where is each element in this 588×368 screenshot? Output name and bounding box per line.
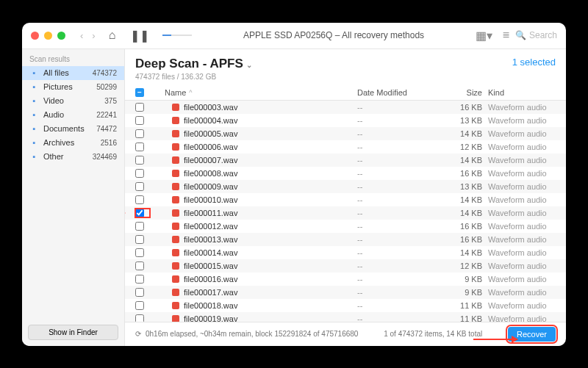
scan-progress [162,35,192,36]
sidebar-item-audio[interactable]: ▪Audio22241 [22,108,124,122]
sidebar-item-label: Audio [43,110,92,119]
file-kind: Waveform audio [482,116,556,125]
back-icon[interactable]: ‹ [77,29,86,43]
col-name[interactable]: Name^ [150,88,357,97]
row-checkbox[interactable] [135,142,150,151]
table-row[interactable]: file000012.wav--16 KBWaveform audio [125,220,566,233]
page-title[interactable]: Deep Scan - APFS⌄ [135,57,252,71]
file-kind: Waveform audio [482,156,556,165]
file-date: -- [357,116,438,125]
sidebar-item-count: 474372 [93,69,117,77]
file-size: 12 KB [438,261,482,270]
file-size: 16 KB [438,103,482,112]
row-checkbox[interactable] [135,248,150,257]
file-date: -- [357,248,438,257]
forward-icon[interactable]: › [89,29,98,43]
refresh-icon[interactable]: ⟳ [135,330,141,338]
close-icon[interactable] [31,32,39,40]
row-checkbox[interactable] [135,235,150,244]
sidebar-item-count: 74472 [96,125,117,133]
sidebar-item-archives[interactable]: ▪Archives2516 [22,136,124,150]
file-date: -- [357,261,438,270]
row-checkbox[interactable] [135,314,150,322]
sidebar-item-count: 324469 [93,153,117,161]
file-size: 13 KB [438,116,482,125]
file-date: -- [357,169,438,178]
view-icon[interactable]: ▦▾ [476,29,492,43]
table-row[interactable]: file000009.wav--13 KBWaveform audio [125,180,566,193]
table-row[interactable]: file000015.wav--12 KBWaveform audio [125,259,566,273]
table-row[interactable]: file000005.wav--14 KBWaveform audio [125,127,566,140]
file-kind: Waveform audio [482,261,556,270]
archive-icon: ▪ [29,138,39,148]
video-icon: ▪ [29,96,39,106]
sidebar-item-count: 375 [104,97,117,105]
row-checkbox[interactable] [135,129,150,138]
sidebar-item-video[interactable]: ▪Video375 [22,94,124,108]
filter-icon[interactable]: ≡ [503,29,509,42]
col-size[interactable]: Size [438,88,482,97]
audio-file-icon [172,170,179,177]
home-icon[interactable]: ⌂ [104,29,121,42]
file-size: 14 KB [438,195,482,204]
table-row[interactable]: file000019.wav--11 KBWaveform audio [125,312,566,322]
file-kind: Waveform audio [482,103,556,112]
file-name: file000005.wav [184,129,237,138]
minimize-icon[interactable] [44,32,52,40]
row-checkbox[interactable] [135,261,150,270]
sidebar-item-all-files[interactable]: ▪All files474372 [22,66,124,80]
table-row[interactable]: file000003.wav--16 KBWaveform audio [125,101,566,114]
table-row[interactable]: file000004.wav--13 KBWaveform audio [125,114,566,127]
row-checkbox[interactable] [135,209,150,217]
pause-icon[interactable]: ❚❚ [126,29,154,43]
row-checkbox[interactable] [135,222,150,231]
row-checkbox[interactable] [135,301,150,310]
row-checkbox[interactable] [135,169,150,178]
row-checkbox[interactable] [135,195,150,204]
table-row[interactable]: file000010.wav--14 KBWaveform audio [125,193,566,206]
table-row[interactable]: file000007.wav--14 KBWaveform audio [125,154,566,167]
table-row[interactable]: file000014.wav--14 KBWaveform audio [125,246,566,259]
doc-icon: ▪ [29,124,39,134]
sidebar-item-other[interactable]: ▪Other324469 [22,150,124,164]
table-row[interactable]: file000017.wav--9 KBWaveform audio [125,286,566,299]
file-kind: Waveform audio [482,129,556,138]
file-kind: Waveform audio [482,169,556,178]
sidebar-item-documents[interactable]: ▪Documents74472 [22,122,124,136]
file-date: -- [357,275,438,284]
select-all-checkbox[interactable] [135,88,150,97]
file-size: 12 KB [438,142,482,151]
folder-icon: ▪ [29,68,39,78]
row-checkbox[interactable] [135,182,150,191]
audio-file-icon [172,223,179,230]
maximize-icon[interactable] [57,32,65,40]
file-size: 9 KB [438,275,482,284]
audio-file-icon [172,236,179,243]
table-row[interactable]: file000016.wav--9 KBWaveform audio [125,273,566,286]
row-checkbox[interactable] [135,116,150,125]
sidebar-heading: Scan results [22,49,124,66]
table-row[interactable]: file000006.wav--12 KBWaveform audio [125,140,566,154]
row-checkbox[interactable] [135,103,150,112]
body: Scan results ▪All files474372▪Pictures50… [22,49,566,346]
file-name: file000012.wav [184,222,237,231]
audio-file-icon [172,143,179,151]
audio-file-icon [172,209,179,217]
file-date: -- [357,209,438,217]
table-row[interactable]: file000011.wav--14 KBWaveform audio [125,206,566,220]
col-date[interactable]: Date Modified [357,88,438,97]
file-size: 9 KB [438,288,482,297]
selected-count: 1 selected [512,57,556,68]
table-row[interactable]: file000008.wav--16 KBWaveform audio [125,167,566,180]
row-checkbox[interactable] [135,288,150,297]
sidebar-item-pictures[interactable]: ▪Pictures50299 [22,80,124,94]
row-checkbox[interactable] [135,156,150,165]
file-kind: Waveform audio [482,235,556,244]
table-row[interactable]: file000018.wav--11 KBWaveform audio [125,299,566,312]
col-kind[interactable]: Kind [482,88,556,97]
search-box[interactable]: 🔍 Search [515,30,557,40]
show-in-finder-button[interactable]: Show in Finder [28,325,118,340]
table-row[interactable]: file000013.wav--16 KBWaveform audio [125,233,566,246]
file-size: 13 KB [438,182,482,191]
row-checkbox[interactable] [135,275,150,284]
